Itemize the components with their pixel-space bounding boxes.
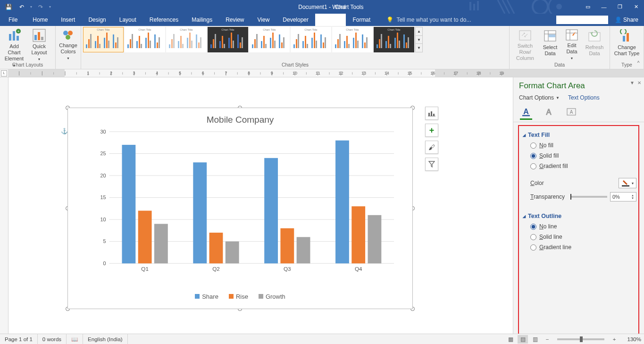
change-colors-button[interactable]: Change Colors▼ [58,27,79,61]
status-proofing[interactable]: 📖 [67,334,83,344]
pane-options-button[interactable]: ▼ [630,80,635,85]
radio-gradient-line[interactable]: Gradient line [521,242,636,252]
chart-style-thumb[interactable]: Chart Title [208,27,248,52]
legend-item[interactable]: Growth [259,293,285,300]
view-read-mode[interactable]: ▦ [505,335,516,344]
change-chart-type-label: Change Chart Type [613,44,641,57]
view-web-layout[interactable]: ▥ [530,335,540,344]
pane-close-button[interactable]: ✕ [637,80,641,85]
title-search-box[interactable] [556,16,608,24]
chart-options-dropdown[interactable]: Chart Options ▼ [519,94,560,101]
svg-text:3: 3 [133,71,135,76]
chart-filter-button[interactable] [425,158,438,171]
ribbon: + Add Chart Element▼ Quick Layout▼ Chart… [0,26,644,69]
svg-rect-134 [622,185,629,186]
add-chart-element-button[interactable]: + Add Chart Element▼ [2,27,26,61]
save-button[interactable]: 💾 [3,1,14,13]
zoom-level[interactable]: 130% [621,336,641,342]
zoom-out-button[interactable]: − [542,335,552,344]
gallery-up-button[interactable]: ▲ [416,27,422,36]
ribbon-display-options[interactable]: ▭ [581,1,595,13]
svg-text:15: 15 [100,194,106,200]
plot-area[interactable]: 051015202530Q1Q2Q3Q4 [87,132,403,273]
chart-style-thumb[interactable]: Chart Title [125,27,165,52]
tab-home[interactable]: Home [26,14,54,26]
transparency-label: Transparency [530,193,568,200]
radio-solid-line[interactable]: Solid line [521,232,636,242]
chart-object[interactable]: ⚓ Mobile Company 051015202530Q1Q2Q3Q4 Sh… [61,101,419,316]
gallery-down-button[interactable]: ▼ [416,36,422,44]
chart-style-thumb[interactable]: Chart Title [374,27,414,52]
transparency-slider[interactable] [570,196,608,198]
svg-text:14: 14 [385,71,389,76]
legend-item[interactable]: Rise [229,293,248,300]
tab-view[interactable]: View [251,14,276,26]
radio-gradient-fill[interactable]: Gradient fill [521,161,636,171]
zoom-slider[interactable] [557,338,604,340]
radio-solid-fill[interactable]: Solid fill [521,151,636,161]
chart-legend[interactable]: ShareRiseGrowth [68,293,412,300]
svg-rect-109 [122,145,136,263]
radio-no-line[interactable]: No line [521,221,636,232]
edit-data-button[interactable]: Edit Data▼ [561,27,582,61]
tell-me-search[interactable]: 💡 Tell me what you want to do... [386,14,471,26]
refresh-data-button[interactable]: Refresh Data [583,27,606,61]
chart-style-thumb[interactable]: Chart Title [83,27,124,52]
svg-text:25: 25 [100,151,106,156]
chart-styles-button[interactable]: + [425,124,438,137]
change-chart-type-button[interactable]: Change Chart Type [612,27,642,61]
svg-point-20 [66,35,70,40]
chart-style-thumb[interactable]: Chart Title [249,27,290,52]
tab-file[interactable]: File [0,14,26,26]
tab-mailings[interactable]: Mailings [185,14,219,26]
chart-elements-button[interactable] [425,107,438,120]
tab-insert[interactable]: Insert [54,14,82,26]
minimize-button[interactable]: — [597,1,611,13]
work-area: ⚓ Mobile Company 051015202530Q1Q2Q3Q4 Sh… [0,77,644,334]
text-fill-section[interactable]: Text Fill [521,129,636,140]
text-options-link[interactable]: Text Options [568,94,600,101]
chart-style-thumb[interactable]: Chart Title [291,27,331,52]
zoom-in-button[interactable]: + [609,335,619,344]
undo-button[interactable]: ↶ [16,1,27,13]
view-print-layout[interactable]: ▤ [518,335,528,344]
tab-review[interactable]: Review [219,14,251,26]
share-button[interactable]: 👤 Share [612,17,641,23]
status-words[interactable]: 0 words [38,334,67,344]
tab-chart-format[interactable]: Format [346,14,377,26]
legend-item[interactable]: Share [195,293,218,300]
svg-rect-114 [209,233,223,263]
textbox-tab[interactable]: A [564,106,578,118]
text-outline-section[interactable]: Text Outline [521,210,636,221]
chart-style-thumb[interactable]: Chart Title [166,27,207,52]
tab-references[interactable]: References [143,14,185,26]
chart-color-button[interactable]: 🖌 [425,141,438,154]
transparency-spinner[interactable]: 0%▲▼ [610,192,636,201]
select-data-button[interactable]: Select Data [540,27,560,61]
gallery-more-button[interactable]: ▼ [416,44,422,52]
group-label-data: Data [510,62,610,69]
tab-design[interactable]: Design [82,14,112,26]
document-viewport[interactable]: ⚓ Mobile Company 051015202530Q1Q2Q3Q4 Sh… [8,77,513,334]
text-fill-outline-tab[interactable]: A [519,106,533,118]
redo-button[interactable]: ↷ [35,1,46,13]
status-language[interactable]: English (India) [83,334,128,344]
text-fill-color-picker[interactable]: ▼ [619,178,636,188]
tab-developer[interactable]: Developer [276,14,315,26]
tab-chart-design[interactable]: Design [315,14,346,26]
quick-layout-button[interactable]: Quick Layout▼ [27,27,51,61]
switch-row-column-button[interactable]: Switch Row/ Column [511,27,539,61]
status-page[interactable]: Page 1 of 1 [0,334,38,344]
close-button[interactable]: ✕ [629,1,643,13]
horizontal-ruler[interactable]: L 12345678910111213141516171819 [0,69,644,77]
collapse-ribbon-button[interactable]: ^ [635,60,642,68]
chart-title[interactable]: Mobile Company [68,115,412,125]
chart-style-thumb[interactable]: Chart Title [332,27,373,52]
layout-options-icon[interactable]: ⚓ [61,128,68,134]
radio-no-fill[interactable]: No fill [521,140,636,151]
restore-button[interactable]: ❐ [613,1,627,13]
tab-layout[interactable]: Layout [113,14,143,26]
svg-rect-30 [623,36,625,42]
vertical-ruler[interactable] [0,77,8,334]
text-effects-tab[interactable]: A [542,106,556,118]
